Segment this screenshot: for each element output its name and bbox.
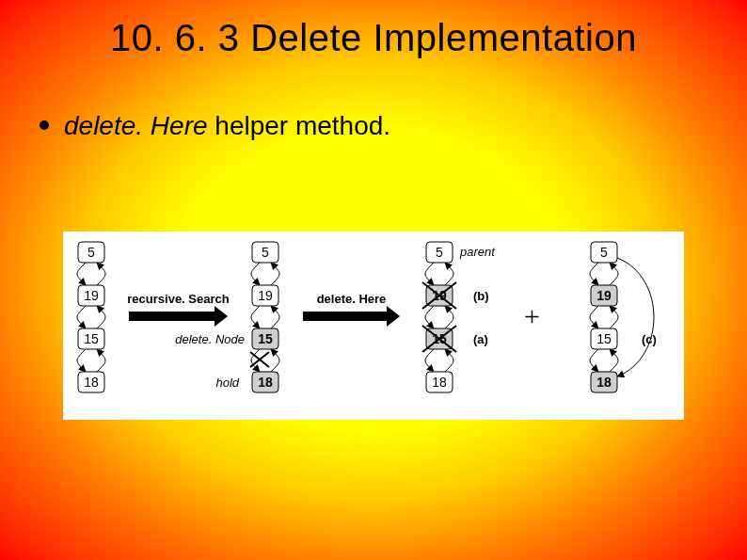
svg-text:18: 18 bbox=[84, 375, 99, 390]
svg-text:5: 5 bbox=[262, 245, 269, 260]
svg-text:15: 15 bbox=[84, 331, 99, 346]
slide-title: 10. 6. 3 Delete Implementation bbox=[0, 17, 747, 59]
svg-text:5: 5 bbox=[436, 245, 443, 260]
diagram-svg: 519151851915delete. Node18hold5parent19(… bbox=[63, 232, 684, 420]
svg-text:recursive. Search: recursive. Search bbox=[127, 292, 229, 306]
svg-text:delete. Here: delete. Here bbox=[317, 292, 387, 306]
bullet-em: delete. Here bbox=[64, 111, 208, 140]
svg-text:19: 19 bbox=[84, 288, 99, 303]
svg-text:(b): (b) bbox=[473, 289, 489, 303]
bullet-line: delete. Here helper method. bbox=[40, 111, 390, 141]
svg-text:19: 19 bbox=[258, 288, 273, 303]
svg-text:hold: hold bbox=[215, 376, 239, 390]
svg-text:5: 5 bbox=[600, 245, 608, 260]
plus-icon: + bbox=[524, 300, 540, 331]
svg-text:18: 18 bbox=[596, 375, 612, 390]
svg-text:18: 18 bbox=[258, 375, 273, 390]
svg-text:5: 5 bbox=[87, 245, 95, 260]
bullet-dot bbox=[40, 120, 49, 130]
svg-text:(a): (a) bbox=[473, 332, 488, 346]
svg-text:15: 15 bbox=[596, 331, 612, 346]
svg-text:15: 15 bbox=[258, 331, 273, 346]
diagram-panel: 519151851915delete. Node18hold5parent19(… bbox=[63, 232, 684, 420]
slide: 10. 6. 3 Delete Implementation delete. H… bbox=[0, 0, 747, 560]
svg-text:19: 19 bbox=[596, 288, 612, 303]
bullet-rest: helper method. bbox=[208, 111, 391, 140]
svg-text:parent: parent bbox=[459, 245, 496, 259]
svg-text:delete. Node: delete. Node bbox=[175, 332, 245, 346]
svg-text:18: 18 bbox=[432, 375, 447, 390]
